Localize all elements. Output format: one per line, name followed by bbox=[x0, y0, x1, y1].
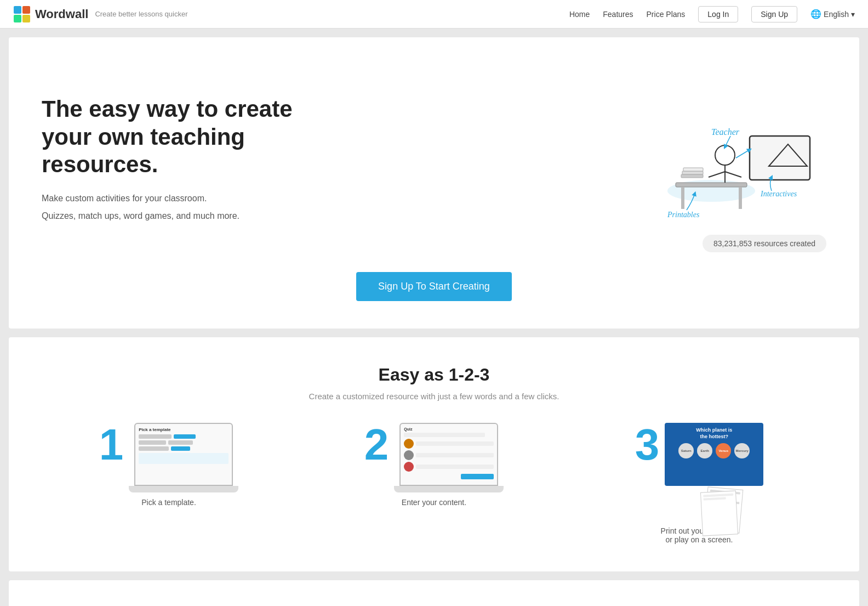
svg-line-14 bbox=[725, 172, 741, 177]
templates-section: Find out about our templates bbox=[9, 580, 859, 606]
svg-rect-9 bbox=[682, 171, 703, 174]
step-3-visual: Which planet isthe hottest? Saturn Earth… bbox=[665, 423, 763, 521]
step-2-label: Enter your content. bbox=[402, 498, 466, 507]
svg-rect-1 bbox=[22, 6, 30, 14]
svg-text:Printables: Printables bbox=[667, 211, 700, 219]
hero-section: The easy way to create your own teaching… bbox=[9, 37, 859, 329]
hero-text: The easy way to create your own teaching… bbox=[42, 95, 316, 226]
svg-rect-2 bbox=[14, 15, 21, 22]
svg-rect-8 bbox=[681, 174, 703, 178]
hero-top: The easy way to create your own teaching… bbox=[42, 70, 826, 252]
step-3-screen: Which planet isthe hottest? Saturn Earth… bbox=[665, 423, 763, 486]
easy-section: Easy as 1-2-3 Create a customized resour… bbox=[9, 337, 859, 571]
navbar-tagline: Create better lessons quicker bbox=[95, 10, 187, 18]
easy-section-title: Easy as 1-2-3 bbox=[42, 365, 826, 385]
navbar: Wordwall Create better lessons quicker H… bbox=[0, 0, 868, 29]
step-1-laptop-base bbox=[129, 486, 238, 492]
step-2: 2 Quiz bbox=[307, 423, 561, 507]
signup-cta-button[interactable]: Sign Up To Start Creating bbox=[356, 272, 512, 301]
nav-price-plans[interactable]: Price Plans bbox=[647, 10, 686, 19]
hero-subtitle-1: Make custom activities for your classroo… bbox=[42, 192, 316, 205]
illustration-svg: Teacher Printables Interactives bbox=[640, 70, 826, 229]
logo-text: Wordwall bbox=[35, 7, 88, 21]
step-1-label: Pick a template. bbox=[141, 498, 196, 507]
signup-nav-button[interactable]: Sign Up bbox=[751, 6, 797, 22]
step-2-visual: Quiz bbox=[394, 423, 504, 492]
step-2-laptop-base bbox=[394, 486, 504, 492]
svg-text:Interactives: Interactives bbox=[760, 190, 797, 198]
globe-icon: 🌐 bbox=[810, 9, 821, 19]
language-selector[interactable]: 🌐 English ▾ bbox=[810, 9, 855, 19]
language-label: English bbox=[824, 10, 849, 19]
chevron-down-icon: ▾ bbox=[851, 10, 855, 19]
svg-rect-5 bbox=[676, 183, 747, 187]
svg-rect-15 bbox=[750, 136, 810, 180]
svg-line-13 bbox=[709, 172, 725, 177]
step-3: 3 Which planet isthe hottest? Saturn Ear… bbox=[572, 423, 826, 544]
hero-cta: Sign Up To Start Creating bbox=[356, 272, 512, 301]
step-2-number: 2 bbox=[364, 423, 389, 467]
hero-title: The easy way to create your own teaching… bbox=[42, 95, 316, 178]
step-3-number: 3 bbox=[635, 423, 660, 467]
hero-illustration: Teacher Printables Interactives bbox=[640, 70, 826, 252]
svg-rect-3 bbox=[22, 15, 30, 22]
nav-home[interactable]: Home bbox=[569, 10, 590, 19]
svg-rect-10 bbox=[683, 168, 703, 171]
logo-link[interactable]: Wordwall bbox=[13, 5, 88, 23]
easy-section-subtitle: Create a customized resource with just a… bbox=[42, 392, 826, 401]
steps-container: 1 Pick a template bbox=[42, 423, 826, 544]
svg-rect-7 bbox=[739, 187, 742, 209]
login-button[interactable]: Log In bbox=[698, 6, 738, 22]
svg-rect-6 bbox=[681, 187, 684, 209]
svg-rect-0 bbox=[14, 6, 21, 14]
step-2-screen: Quiz bbox=[399, 423, 498, 486]
svg-point-11 bbox=[715, 145, 735, 165]
stats-badge: 83,231,853 resources created bbox=[703, 235, 826, 252]
hero-subtitle-2: Quizzes, match ups, word games, and much… bbox=[42, 209, 316, 223]
logo-icon bbox=[13, 5, 31, 23]
nav-features[interactable]: Features bbox=[603, 10, 633, 19]
step-1-number: 1 bbox=[99, 423, 124, 467]
step-1-screen: Pick a template bbox=[134, 423, 233, 486]
step-1-visual: Pick a template bbox=[129, 423, 238, 492]
svg-text:Teacher: Teacher bbox=[711, 127, 740, 137]
navbar-nav: Home Features Price Plans Log In Sign Up… bbox=[569, 6, 855, 22]
step-1: 1 Pick a template bbox=[42, 423, 296, 507]
